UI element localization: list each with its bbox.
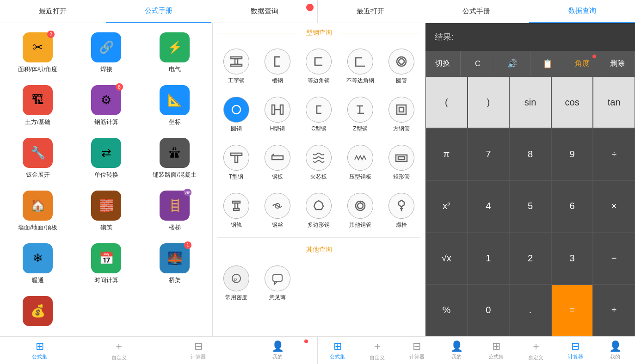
steel-round-tube[interactable]: 圆管 [383, 45, 420, 88]
steel-z-section[interactable]: Z型钢 [341, 93, 379, 136]
btn-sin[interactable]: sin [509, 76, 551, 128]
btn-6[interactable]: 6 [551, 180, 593, 232]
top-navigation: 最近打开 公式手册 数据查询 最近打开 公式手册 数据查询 [0, 0, 635, 23]
btn-pi[interactable]: π [425, 128, 468, 180]
btn-percent[interactable]: % [425, 284, 468, 336]
app-item-pave[interactable]: 🛣 铺装路面/混凝土 [142, 133, 208, 184]
btn-divide[interactable]: ÷ [593, 128, 635, 180]
steel-i-beam[interactable]: 工字钢 [217, 45, 255, 88]
ctrl-angle[interactable]: 角度 [565, 51, 600, 76]
app-item-stairs[interactable]: 🪜 VIP 楼梯 [142, 186, 208, 236]
item-feedback[interactable]: 意见薄 [259, 262, 296, 305]
btn-square[interactable]: x² [425, 180, 468, 232]
steel-round-bar[interactable]: 圆钢 [217, 93, 255, 136]
app-icon-masonry: 🧱 [91, 191, 121, 221]
bottom-mine-left[interactable]: 👤 我的 [238, 337, 318, 364]
ctrl-switch[interactable]: 切换 [425, 51, 461, 76]
app-item-electric[interactable]: ⚡ 电气 [142, 28, 208, 78]
steel-rail[interactable]: 钢轨 [217, 189, 255, 233]
bottom-mine-right2[interactable]: 👤 我的 [595, 337, 635, 364]
btn-equals[interactable]: = [551, 284, 593, 336]
steel-bolt[interactable]: 螺栓 [383, 189, 420, 233]
vip-badge: VIP [184, 189, 191, 196]
btn-subtract[interactable]: − [593, 232, 635, 284]
btn-tan[interactable]: tan [593, 76, 635, 128]
steel-wire[interactable]: 钢丝 [259, 189, 296, 233]
steel-sandwich[interactable]: 夹芯板 [300, 141, 338, 185]
bottom-calc-left[interactable]: ⊟ 计算器 [159, 337, 238, 364]
app-item-bridge[interactable]: 🌉 1 桥架 [142, 239, 208, 289]
btn-add[interactable]: + [593, 284, 635, 336]
steel-plate[interactable]: 钢板 [259, 141, 296, 185]
ctrl-sound[interactable]: 🔊 [495, 51, 530, 76]
app-item-weld[interactable]: 🔗 焊接 [73, 28, 139, 78]
tab-data-left[interactable]: 数据查询 [211, 0, 317, 23]
ctrl-history[interactable]: 📋 [530, 51, 566, 76]
bottom-mine-right[interactable]: 👤 我的 [437, 337, 476, 364]
app-item-extra[interactable]: 💰 [5, 291, 71, 333]
btn-close-paren[interactable]: ) [468, 76, 510, 128]
app-item-coord[interactable]: 📐 坐标 [142, 80, 208, 131]
app-item-area[interactable]: ✂ 2 面积/体积/角度 [5, 28, 71, 78]
ctrl-delete[interactable]: 删除 [600, 51, 635, 76]
btn-3[interactable]: 3 [551, 232, 593, 284]
btn-8[interactable]: 8 [509, 128, 551, 180]
app-item-sheet[interactable]: 🔧 钣金展开 [5, 133, 71, 184]
btn-sqrt[interactable]: √x [425, 232, 468, 284]
steel-channel[interactable]: 槽钢 [259, 45, 296, 88]
steel-profiled[interactable]: 压型钢板 [341, 141, 379, 185]
app-item-masonry[interactable]: 🧱 砌筑 [73, 186, 139, 236]
main-content: ✂ 2 面积/体积/角度 🔗 焊接 ⚡ 电气 🏗 [0, 23, 635, 336]
steel-section-header: 型钢查询 [213, 23, 425, 43]
app-icon-area: ✂ 2 [23, 32, 53, 62]
tab-formula-left[interactable]: 公式手册 [106, 0, 212, 23]
bottom-formula-right2[interactable]: ⊞ 公式集 [476, 337, 516, 364]
btn-5[interactable]: 5 [509, 180, 551, 232]
steel-t-section[interactable]: T型钢 [217, 141, 255, 185]
tab-recent-left[interactable]: 最近打开 [0, 0, 106, 23]
steel-other-tube[interactable]: 其他钢管 [341, 189, 379, 233]
btn-7[interactable]: 7 [468, 128, 510, 180]
btn-multiply[interactable]: × [593, 180, 635, 232]
app-item-time[interactable]: 📅 时间计算 [73, 239, 139, 289]
app-item-rebar[interactable]: ⚙ 8 钢筋计算 [73, 80, 139, 131]
tab-data-right[interactable]: 数据查询 [529, 0, 635, 23]
ctrl-clear[interactable]: C [461, 51, 496, 76]
app-badge-rebar: 8 [116, 83, 123, 91]
steel-square-tube[interactable]: 方钢管 [383, 93, 420, 136]
steel-equal-angle[interactable]: 等边角钢 [300, 45, 338, 88]
bottom-custom-left[interactable]: ＋ 自定义 [80, 337, 159, 364]
btn-open-paren[interactable]: ( [425, 76, 468, 128]
bottom-custom-right2[interactable]: ＋ 自定义 [516, 337, 556, 364]
app-item-hvac[interactable]: ❄ 暖通 [5, 239, 71, 289]
svg-point-7 [399, 59, 404, 64]
bottom-formula-right[interactable]: ⊞ 公式集 [318, 337, 358, 364]
calculator-panel: 结果: 切换 C 🔊 📋 角度 删除 ( [425, 23, 635, 336]
app-item-unit[interactable]: ⇄ 单位转换 [73, 133, 139, 184]
btn-9[interactable]: 9 [551, 128, 593, 180]
svg-rect-16 [399, 107, 404, 112]
btn-2[interactable]: 2 [509, 232, 551, 284]
app-item-earth[interactable]: 🏗 土方/基础 [5, 80, 71, 131]
btn-cos[interactable]: cos [551, 76, 593, 128]
app-item-wall[interactable]: 🏠 墙面/地面/顶板 [5, 186, 71, 236]
app-icon-earth: 🏗 [23, 85, 53, 115]
btn-1[interactable]: 1 [468, 232, 510, 284]
tab-recent-right[interactable]: 最近打开 [318, 0, 424, 23]
steel-h-beam[interactable]: H型钢 [259, 93, 296, 136]
btn-0[interactable]: 0 [468, 284, 510, 336]
btn-4[interactable]: 4 [468, 180, 510, 232]
steel-unequal-angle[interactable]: 不等边角钢 [341, 45, 379, 88]
bottom-custom-right[interactable]: ＋ 自定义 [358, 337, 397, 364]
app-icon-pave: 🛣 [160, 138, 190, 168]
bottom-calc-right[interactable]: ⊟ 计算器 [397, 337, 437, 364]
tab-formula-right[interactable]: 公式手册 [424, 0, 530, 23]
svg-rect-25 [235, 203, 238, 209]
btn-decimal[interactable]: . [509, 284, 551, 336]
steel-polygon[interactable]: 多边形钢 [300, 189, 338, 233]
steel-c-section[interactable]: C型钢 [300, 93, 338, 136]
bottom-formula-left[interactable]: ⊞ 公式集 [0, 337, 80, 364]
bottom-calc-right2[interactable]: ⊟ 计算器 [556, 337, 596, 364]
item-density[interactable]: ρ 常用密度 [217, 262, 255, 305]
steel-rect-tube[interactable]: 矩形管 [383, 141, 420, 185]
